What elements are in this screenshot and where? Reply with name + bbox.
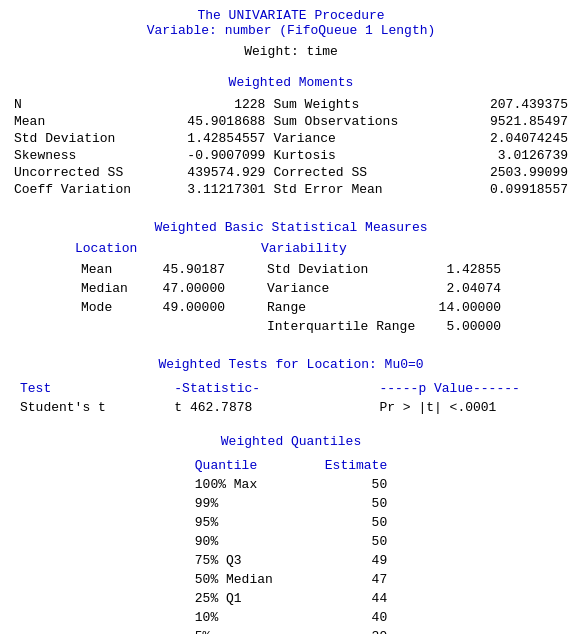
moment-label2: Std Error Mean — [269, 181, 442, 198]
location-heading: Location — [75, 241, 231, 256]
quantile-label: 95% — [185, 514, 313, 531]
table-row: 99% 50 — [185, 495, 397, 512]
stat-col-header: -Statistic- — [166, 380, 369, 397]
table-row: Std Deviation 1.42854557 Variance 2.0407… — [10, 130, 572, 147]
estimate-col-header: Estimate — [315, 457, 397, 474]
pvalue-col-header: -----p Value------ — [371, 380, 570, 397]
table-row: Mode 49.00000 — [77, 299, 229, 316]
weight-line: Weight: time — [10, 44, 572, 59]
table-row: N 1228 Sum Weights 207.439375 — [10, 96, 572, 113]
moment-value: 1228 — [151, 96, 270, 113]
basic-stats-title: Weighted Basic Statistical Measures — [10, 220, 572, 235]
table-row: Interquartile Range 5.00000 — [263, 318, 505, 335]
table-row: 5% 39 — [185, 628, 397, 634]
moment-label: Std Deviation — [10, 130, 151, 147]
table-row: Student's t t 462.7878 Pr > |t| <.0001 — [12, 399, 570, 416]
quantiles-header-row: Quantile Estimate — [185, 457, 397, 474]
moment-value: 45.9018688 — [151, 113, 270, 130]
tests-header-row: Test -Statistic- -----p Value------ — [12, 380, 570, 397]
table-row: 100% Max 50 — [185, 476, 397, 493]
table-row: Uncorrected SS 439574.929 Corrected SS 2… — [10, 164, 572, 181]
var-value: 1.42855 — [425, 261, 505, 278]
moment-label2: Sum Weights — [269, 96, 442, 113]
moment-label: Coeff Variation — [10, 181, 151, 198]
moment-label2: Variance — [269, 130, 442, 147]
tests-table: Test -Statistic- -----p Value------ Stud… — [10, 378, 572, 418]
table-row: Mean 45.9018688 Sum Observations 9521.85… — [10, 113, 572, 130]
quantile-value: 47 — [315, 571, 397, 588]
moment-label: Mean — [10, 113, 151, 130]
moment-value: -0.9007099 — [151, 147, 270, 164]
moment-label: Uncorrected SS — [10, 164, 151, 181]
quantile-label: 75% Q3 — [185, 552, 313, 569]
quantile-value: 40 — [315, 609, 397, 626]
quantile-label: 25% Q1 — [185, 590, 313, 607]
loc-label: Mean — [77, 261, 147, 278]
var-label: Variance — [263, 280, 423, 297]
moment-label2: Sum Observations — [269, 113, 442, 130]
tests-location-title: Weighted Tests for Location: Mu0=0 — [10, 357, 572, 372]
quantile-value: 44 — [315, 590, 397, 607]
quantile-value: 49 — [315, 552, 397, 569]
location-table: Mean 45.90187 Median 47.00000 Mode 49.00… — [75, 259, 231, 318]
table-row: 10% 40 — [185, 609, 397, 626]
table-row: Variance 2.04074 — [263, 280, 505, 297]
loc-value: 49.00000 — [149, 299, 229, 316]
quantile-value: 39 — [315, 628, 397, 634]
table-row: 50% Median 47 — [185, 571, 397, 588]
moment-label: N — [10, 96, 151, 113]
table-row: 75% Q3 49 — [185, 552, 397, 569]
quantile-label: 50% Median — [185, 571, 313, 588]
test-stat: t 462.7878 — [166, 399, 369, 416]
variability-table: Std Deviation 1.42855 Variance 2.04074 R… — [261, 259, 507, 337]
quantile-value: 50 — [315, 476, 397, 493]
quantile-label: 5% — [185, 628, 313, 634]
var-label: Range — [263, 299, 423, 316]
moment-value: 439574.929 — [151, 164, 270, 181]
quantile-label: 100% Max — [185, 476, 313, 493]
table-row: Mean 45.90187 — [77, 261, 229, 278]
loc-label: Median — [77, 280, 147, 297]
weighted-moments-table: N 1228 Sum Weights 207.439375 Mean 45.90… — [10, 96, 572, 198]
loc-value: 47.00000 — [149, 280, 229, 297]
quantile-value: 50 — [315, 514, 397, 531]
var-value: 14.00000 — [425, 299, 505, 316]
moment-value2: 3.0126739 — [442, 147, 572, 164]
quantile-value: 50 — [315, 533, 397, 550]
var-value: 2.04074 — [425, 280, 505, 297]
var-label: Interquartile Range — [263, 318, 423, 335]
table-row: 95% 50 — [185, 514, 397, 531]
table-row: 25% Q1 44 — [185, 590, 397, 607]
variable-line: Variable: number (FifoQueue 1 Length) — [10, 23, 572, 38]
quantile-col-header: Quantile — [185, 457, 313, 474]
moment-value: 3.11217301 — [151, 181, 270, 198]
test-pvalue: Pr > |t| <.0001 — [371, 399, 570, 416]
moment-value2: 2503.99099 — [442, 164, 572, 181]
proc-title: The UNIVARIATE Procedure — [10, 8, 572, 23]
moment-label2: Kurtosis — [269, 147, 442, 164]
weighted-moments-title: Weighted Moments — [10, 75, 572, 90]
moment-value2: 9521.85497 — [442, 113, 572, 130]
table-row: Skewness -0.9007099 Kurtosis 3.0126739 — [10, 147, 572, 164]
quantile-value: 50 — [315, 495, 397, 512]
quantiles-table: Quantile Estimate 100% Max 50 99% 50 95%… — [183, 455, 399, 634]
location-block: Location Mean 45.90187 Median 47.00000 M… — [75, 241, 231, 337]
table-row: Std Deviation 1.42855 — [263, 261, 505, 278]
table-row: Range 14.00000 — [263, 299, 505, 316]
var-value: 5.00000 — [425, 318, 505, 335]
quantiles-title: Weighted Quantiles — [10, 434, 572, 449]
variability-heading: Variability — [261, 241, 507, 256]
quantile-label: 99% — [185, 495, 313, 512]
var-label: Std Deviation — [263, 261, 423, 278]
moment-value2: 0.09918557 — [442, 181, 572, 198]
moment-label2: Corrected SS — [269, 164, 442, 181]
loc-value: 45.90187 — [149, 261, 229, 278]
quantile-label: 10% — [185, 609, 313, 626]
test-col-header: Test — [12, 380, 164, 397]
table-row: 90% 50 — [185, 533, 397, 550]
test-name: Student's t — [12, 399, 164, 416]
moment-value2: 2.04074245 — [442, 130, 572, 147]
table-row: Coeff Variation 3.11217301 Std Error Mea… — [10, 181, 572, 198]
loc-label: Mode — [77, 299, 147, 316]
moment-value: 1.42854557 — [151, 130, 270, 147]
